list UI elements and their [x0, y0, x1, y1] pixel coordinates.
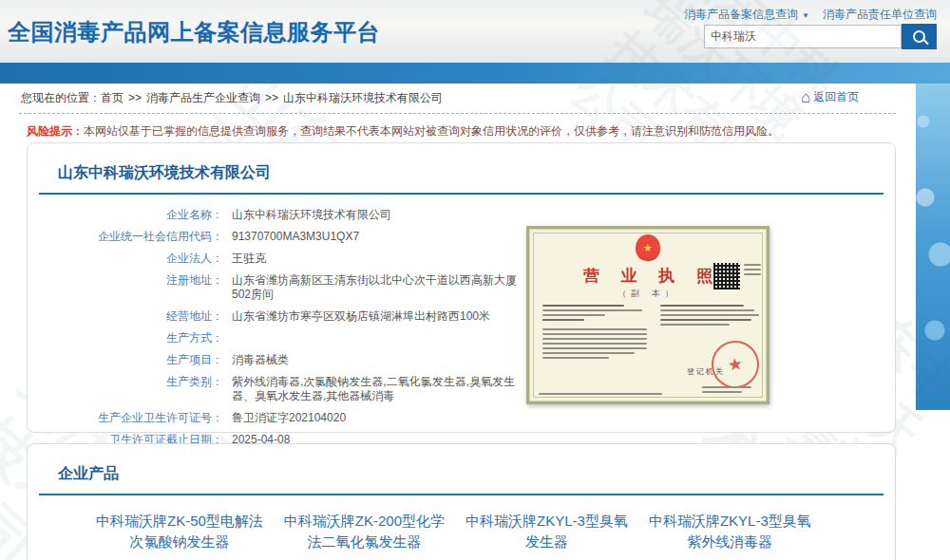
business-license-image: ★ 营 业 执 照 （副 本） 登记机关 ★ [526, 226, 770, 404]
product-name-line: 中科瑞沃牌ZK-200型化学 [284, 513, 445, 529]
product-name-line: 次氯酸钠发生器 [129, 533, 229, 550]
field-label: 生产类别： [28, 375, 223, 403]
products-panel: 企业产品 中科瑞沃牌ZK-50型电解法 次氯酸钠发生器 中科瑞沃牌ZK-200型… [27, 443, 896, 560]
qr-code-icon [713, 263, 740, 289]
license-qr-caption [744, 264, 761, 278]
product-name-line: 发生器 [525, 533, 568, 550]
company-name-heading: 山东中科瑞沃环境技术有限公司 [58, 163, 895, 183]
field-value: 山东省潍坊市寒亭区双杨店镇湖淋埠出村路西100米 [232, 309, 528, 324]
risk-notice-text: 本网站仅基于已掌握的信息提供查询服务，查询结果不代表本网站对被查询对象信用状况的… [84, 124, 779, 138]
home-icon: ⌂ [801, 91, 810, 104]
breadcrumb-separator: >> [265, 91, 278, 104]
field-label: 生产方式： [28, 331, 223, 345]
product-link-zk200[interactable]: 中科瑞沃牌ZK-200型化学 法二氧化氯发生器 [284, 511, 445, 552]
product-name-line: 中科瑞沃牌ZKYL-3型臭氧 [649, 513, 811, 529]
field-value: 鲁卫消证字202104020 [232, 411, 528, 425]
search-input[interactable] [704, 25, 902, 48]
nav-record-info-query[interactable]: 消毒产品备案信息查询 [684, 8, 798, 21]
risk-notice-label: 风险提示： [27, 124, 84, 138]
search-icon [913, 30, 925, 43]
field-value: 91370700MA3M3U1QX7 [232, 230, 528, 244]
field-row-hygiene-license-no: 生产企业卫生许可证号： 鲁卫消证字202104020 [28, 411, 895, 425]
field-label: 企业名称： [28, 208, 223, 222]
top-header: 全国消毒产品网上备案信息服务平台 消毒产品备案信息查询▼消毒产品责任单位查询 [0, 0, 950, 63]
field-label: 企业法人： [28, 252, 223, 266]
field-label: 经营地址： [28, 309, 223, 324]
license-date-lines [702, 386, 751, 396]
breadcrumb-separator: >> [128, 91, 142, 104]
products-heading: 企业产品 [58, 464, 895, 484]
company-info-panel: 山东中科瑞沃环境技术有限公司 企业名称： 山东中科瑞沃环境技术有限公司 企业统一… [27, 142, 896, 433]
product-name-line: 紫外线消毒器 [687, 533, 772, 550]
search-bar [704, 24, 937, 49]
breadcrumb-prefix: 您现在的位置： [21, 91, 101, 104]
field-value: 紫外线消毒器,次氯酸钠发生器,二氧化氯发生器,臭氧发生器、臭氧水发生器,其他器械… [232, 375, 528, 403]
chevron-down-icon: ▼ [802, 11, 809, 20]
nav-responsible-unit-query[interactable]: 消毒产品责任单位查询 [823, 8, 937, 21]
product-list: 中科瑞沃牌ZK-50型电解法 次氯酸钠发生器 中科瑞沃牌ZK-200型化学 法二… [96, 511, 895, 552]
product-link-zkyl3-uv[interactable]: 中科瑞沃牌ZKYL-3型臭氧 紫外线消毒器 [649, 511, 811, 552]
top-nav: 消毒产品备案信息查询▼消毒产品责任单位查询 [684, 7, 937, 23]
dashed-divider [19, 113, 896, 114]
breadcrumb-home[interactable]: 首页 [101, 91, 124, 104]
product-link-zkyl3-ozone[interactable]: 中科瑞沃牌ZKYL-3型臭氧 发生器 [466, 511, 628, 552]
panel-divider [39, 193, 884, 195]
license-footer-lines [539, 393, 662, 398]
license-right-text [660, 305, 759, 328]
field-value: 山东中科瑞沃环境技术有限公司 [232, 208, 528, 222]
page: 山东中科瑞沃环境技术有限公司 山东中科瑞沃环境技术有限公司 山东中科瑞沃环境技术… [0, 0, 950, 560]
product-name-line: 中科瑞沃牌ZKYL-3型臭氧 [466, 513, 628, 529]
site-title: 全国消毒产品网上备案信息服务平台 [8, 17, 380, 47]
breadcrumb-enterprise-query[interactable]: 消毒产品生产企业查询 [146, 91, 260, 104]
product-link-zk50[interactable]: 中科瑞沃牌ZK-50型电解法 次氯酸钠发生器 [96, 511, 263, 552]
back-home-link[interactable]: ⌂ 返回首页 [801, 89, 859, 105]
search-button[interactable] [902, 24, 937, 49]
breadcrumb-current: 山东中科瑞沃环境技术有限公司 [283, 91, 443, 104]
breadcrumb: 您现在的位置：首页>>消毒产品生产企业查询>>山东中科瑞沃环境技术有限公司 [21, 90, 443, 106]
field-label: 生产企业卫生许可证号： [28, 411, 223, 425]
field-label: 企业统一社会信用代码： [28, 230, 223, 244]
field-label: 生产项目： [28, 353, 223, 367]
field-row-company-name: 企业名称： 山东中科瑞沃环境技术有限公司 [28, 208, 895, 222]
decorative-side-image [916, 84, 950, 410]
field-label: 注册地址： [28, 273, 223, 302]
risk-notice: 风险提示：本网站仅基于已掌握的信息提供查询服务，查询结果不代表本网站对被查询对象… [27, 123, 779, 140]
back-home-label: 返回首页 [813, 89, 859, 105]
field-value [232, 331, 528, 345]
national-emblem-icon: ★ [636, 234, 660, 261]
field-value: 王驻克 [232, 252, 528, 266]
field-value: 消毒器械类 [232, 353, 528, 367]
product-name-line: 中科瑞沃牌ZK-50型电解法 [96, 513, 263, 529]
license-left-text [542, 305, 647, 362]
product-name-line: 法二氧化氯发生器 [307, 533, 421, 550]
field-value: 山东省潍坊高新区玉清东街以北中心次干道以西高新大厦502房间 [232, 273, 528, 302]
panel-divider [39, 494, 884, 495]
header-accent-bar [0, 63, 950, 84]
